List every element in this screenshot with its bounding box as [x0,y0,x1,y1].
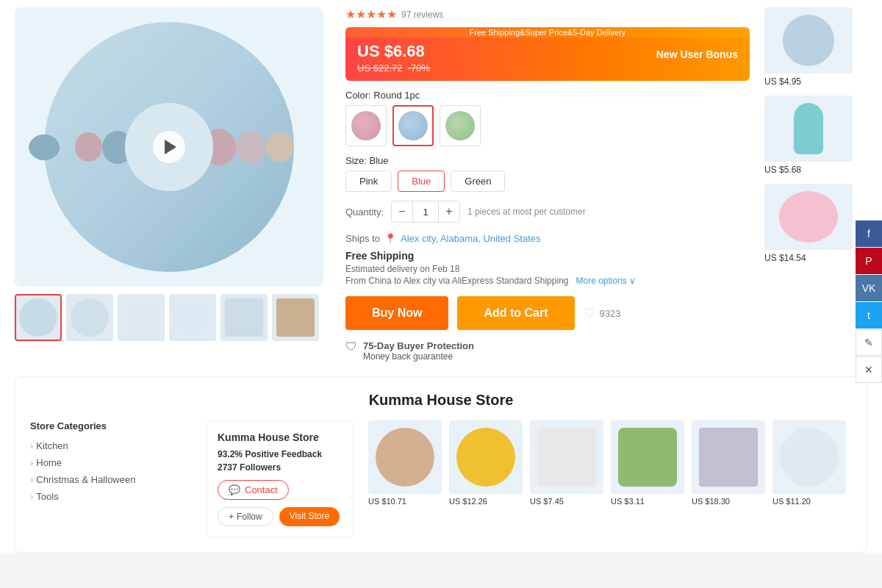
store-body: Store Categories Kitchen Home Christmas … [30,420,852,537]
thumbnail-4[interactable] [169,294,216,341]
wishlist-count: 9323 [600,308,621,319]
store-category-christmas[interactable]: Christmas & Halloween [30,471,192,488]
store-product-price-5: US $18.30 [692,497,765,506]
size-green[interactable]: Green [451,171,505,192]
wishlist-row: ♡ 9323 [584,305,621,321]
store-product-image-2 [449,420,523,494]
store-product-5[interactable]: US $18.30 [692,420,765,506]
store-section: Kumma House Store Store Categories Kitch… [15,376,867,553]
contact-button[interactable]: 💬 Contact [218,480,289,500]
color-label: Color: Round 1pc [345,90,750,101]
quantity-row: Quantity: − 1 + 1 pieces at most per cus… [345,201,750,223]
price-original-row: US $22.72 -70% [357,62,430,74]
store-product-6[interactable]: US $11.20 [772,420,846,506]
buy-now-button[interactable]: Buy Now [345,296,448,330]
quantity-label: Quantity: [345,207,384,218]
store-product-3[interactable]: US $7.45 [530,420,603,506]
price-banner: Free Shipping&Super Price&5-Day Delivery… [345,27,750,81]
quantity-note: 1 pieces at most per customer [467,207,586,217]
new-user-bonus-badge: New User Bonus [656,49,738,60]
store-categories-title: Store Categories [30,420,192,431]
store-products-grid: US $10.71 US $12.26 US $7.45 US $3.11 [368,420,852,506]
store-product-price-2: US $12.26 [449,497,523,506]
store-product-image-5 [692,420,765,494]
add-to-cart-button[interactable]: Add to Cart [457,296,574,330]
star-rating: ★★★★★ [345,7,397,21]
price-original-value: US $22.72 [357,62,402,74]
social-sidebar: f P VK t ✎ ✕ [856,220,882,383]
color-options-group [345,105,750,146]
thumbnail-5[interactable] [220,294,268,341]
product-info-panel: ★★★★★ 97 reviews Free Shipping&Super Pri… [345,7,750,362]
sidebar-product-1[interactable]: US $4.95 [764,7,867,87]
edit-button[interactable]: ✎ [856,329,882,356]
sidebar-product-3[interactable]: US $14.54 [764,184,867,263]
shipping-delivery: Estimated delivery on Feb 18 [345,264,750,274]
follow-button[interactable]: Follow [218,507,273,526]
store-product-2[interactable]: US $12.26 [449,420,523,506]
quantity-controls: − 1 + [391,201,460,223]
thumbnail-2[interactable] [66,294,113,341]
buyer-protection-row: 🛡 75-Day Buyer Protection Money back gua… [345,340,750,362]
page-wrapper: ★★★★★ 97 reviews Free Shipping&Super Pri… [0,0,882,553]
store-product-price-3: US $7.45 [530,497,603,506]
wishlist-heart-icon[interactable]: ♡ [584,305,595,321]
more-options-link[interactable]: More options ∨ [576,276,637,286]
twitter-share-button[interactable]: t [856,302,882,329]
store-positive-feedback: 93.2% Positive Feedback [218,449,343,459]
sidebar-product-image-1 [764,7,853,74]
rating-row: ★★★★★ 97 reviews [345,7,750,21]
sidebar-product-2[interactable]: US $5.68 [764,96,867,175]
store-followers: 2737 Followers [218,462,343,473]
store-product-4[interactable]: US $3.11 [611,420,684,506]
shield-icon: 🛡 [345,340,357,354]
video-play-button[interactable] [153,131,185,163]
shipping-from: From China to Alex city via AliExpress S… [345,276,750,286]
product-inner-circle [125,103,213,191]
visit-store-button[interactable]: Visit Store [279,507,340,526]
color-option-1[interactable] [345,105,387,146]
location-link[interactable]: Alex city, Alabama, United States [401,233,541,244]
facebook-share-button[interactable]: f [856,220,882,247]
price-banner-wrapper: Free Shipping&Super Price&5-Day Delivery… [345,27,750,81]
thumbnail-6[interactable] [272,294,319,341]
close-social-button[interactable]: ✕ [856,356,882,383]
size-options-group: Pink Blue Green [345,171,750,192]
store-info-panel: Kumma House Store 93.2% Positive Feedbac… [207,420,354,537]
pinterest-share-button[interactable]: P [856,248,882,274]
color-option-row: Color: Round 1pc [345,90,750,146]
sidebar-product-price-2: US $5.68 [764,165,867,175]
shipping-info-block: Free Shipping Estimated delivery on Feb … [345,250,750,286]
store-product-image-1 [368,420,442,494]
product-circle-display [44,22,294,272]
store-action-row: Follow Visit Store [218,507,343,526]
color-option-3[interactable] [440,105,481,146]
thumbnail-3[interactable] [118,294,165,341]
store-category-tools[interactable]: Tools [30,488,192,505]
color-option-2[interactable] [392,105,434,146]
size-blue[interactable]: Blue [398,171,445,192]
sidebar-product-image-2 [764,96,853,162]
discount-badge: -70% [408,62,430,74]
sidebar-product-price-1: US $4.95 [764,76,867,87]
store-product-image-4 [611,420,684,494]
price-current: US $6.68 [357,42,430,61]
action-buttons-row: Buy Now Add to Cart ♡ 9323 [345,296,750,330]
store-product-1[interactable]: US $10.71 [368,420,442,506]
vk-share-button[interactable]: VK [856,275,882,301]
product-images [15,7,331,362]
store-category-kitchen[interactable]: Kitchen [30,437,192,454]
sidebar-product-price-3: US $14.54 [764,253,867,263]
protection-text: 75-Day Buyer Protection Money back guara… [363,340,474,362]
store-product-image-3 [530,420,603,494]
thumbnail-1[interactable] [15,294,62,341]
quantity-decrease-button[interactable]: − [392,201,412,222]
store-product-price-1: US $10.71 [368,497,442,506]
quantity-increase-button[interactable]: + [439,201,459,222]
size-pink[interactable]: Pink [345,171,392,192]
store-products-grid-container: US $10.71 US $12.26 US $7.45 US $3.11 [368,420,852,537]
shipping-title: Free Shipping [345,250,750,262]
store-category-home[interactable]: Home [30,454,192,471]
store-product-price-4: US $3.11 [611,497,684,506]
store-product-image-6 [772,420,846,494]
